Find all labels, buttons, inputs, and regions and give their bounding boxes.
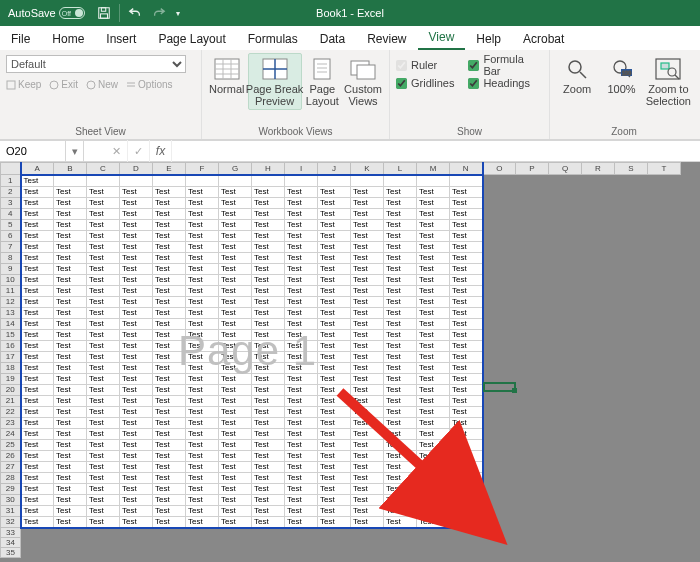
cell[interactable]: [483, 528, 516, 538]
row-header[interactable]: 23: [1, 417, 21, 428]
cell[interactable]: [285, 548, 318, 558]
cell[interactable]: [549, 340, 582, 351]
cell[interactable]: Test: [450, 329, 483, 340]
cell[interactable]: [483, 263, 516, 274]
cell[interactable]: [516, 318, 549, 329]
cell[interactable]: Test: [21, 417, 54, 428]
cell[interactable]: Test: [252, 186, 285, 197]
cell[interactable]: Test: [417, 417, 450, 428]
cell[interactable]: [252, 548, 285, 558]
cell[interactable]: Test: [252, 318, 285, 329]
row-header[interactable]: 13: [1, 307, 21, 318]
cell[interactable]: Test: [450, 263, 483, 274]
cell[interactable]: Test: [21, 494, 54, 505]
cell[interactable]: Test: [87, 329, 120, 340]
cell[interactable]: Test: [450, 472, 483, 483]
cell[interactable]: [549, 241, 582, 252]
cell[interactable]: Test: [351, 285, 384, 296]
col-header[interactable]: C: [87, 163, 120, 175]
cell[interactable]: Test: [186, 417, 219, 428]
cell[interactable]: [648, 439, 681, 450]
cell[interactable]: Test: [21, 395, 54, 406]
cell[interactable]: [483, 230, 516, 241]
cell[interactable]: Test: [120, 186, 153, 197]
cell[interactable]: Test: [351, 307, 384, 318]
row-header[interactable]: 2: [1, 186, 21, 197]
cell[interactable]: [582, 351, 615, 362]
cell[interactable]: Test: [219, 186, 252, 197]
cell[interactable]: Test: [450, 241, 483, 252]
cell[interactable]: Test: [351, 417, 384, 428]
cell[interactable]: Test: [219, 208, 252, 219]
cell[interactable]: [516, 219, 549, 230]
cell[interactable]: [549, 351, 582, 362]
cell[interactable]: Test: [54, 285, 87, 296]
cell[interactable]: [648, 219, 681, 230]
cell[interactable]: Test: [186, 186, 219, 197]
cell[interactable]: Test: [417, 274, 450, 285]
cell[interactable]: [318, 538, 351, 548]
cell[interactable]: Test: [120, 197, 153, 208]
col-header[interactable]: G: [219, 163, 252, 175]
cell[interactable]: Test: [285, 450, 318, 461]
cell[interactable]: [615, 494, 648, 505]
cell[interactable]: Test: [417, 472, 450, 483]
row-header[interactable]: 19: [1, 373, 21, 384]
cell[interactable]: Test: [318, 417, 351, 428]
row-header[interactable]: 33: [1, 528, 21, 538]
cell[interactable]: [648, 230, 681, 241]
cell[interactable]: Test: [417, 329, 450, 340]
cell[interactable]: [582, 219, 615, 230]
row-header[interactable]: 21: [1, 395, 21, 406]
cell[interactable]: Test: [120, 395, 153, 406]
cell[interactable]: [483, 274, 516, 285]
row-header[interactable]: 25: [1, 439, 21, 450]
cell[interactable]: Test: [417, 483, 450, 494]
cell[interactable]: Test: [54, 340, 87, 351]
name-box-dropdown-icon[interactable]: ▾: [65, 140, 83, 162]
cell[interactable]: [516, 208, 549, 219]
cell[interactable]: [615, 528, 648, 538]
zoom-100-button[interactable]: 100 100%: [600, 53, 642, 99]
cell[interactable]: Test: [153, 318, 186, 329]
cell[interactable]: Test: [318, 274, 351, 285]
cell[interactable]: Test: [450, 516, 483, 528]
cell[interactable]: [483, 450, 516, 461]
cell[interactable]: [549, 285, 582, 296]
cell[interactable]: [615, 548, 648, 558]
cell[interactable]: Test: [450, 285, 483, 296]
cell[interactable]: Test: [153, 307, 186, 318]
cell[interactable]: [648, 483, 681, 494]
cell[interactable]: Test: [318, 197, 351, 208]
cancel-formula-icon[interactable]: ✕: [106, 140, 128, 162]
cell[interactable]: [615, 483, 648, 494]
cell[interactable]: Test: [186, 505, 219, 516]
cell[interactable]: Test: [54, 362, 87, 373]
cell[interactable]: Test: [54, 439, 87, 450]
cell[interactable]: Test: [252, 252, 285, 263]
cell[interactable]: Test: [186, 307, 219, 318]
cell[interactable]: Test: [351, 384, 384, 395]
cell[interactable]: [648, 197, 681, 208]
cell[interactable]: [549, 406, 582, 417]
cell[interactable]: Test: [186, 296, 219, 307]
cell[interactable]: [516, 450, 549, 461]
cell[interactable]: [483, 175, 516, 187]
cell[interactable]: [648, 263, 681, 274]
cell[interactable]: Test: [54, 483, 87, 494]
cell[interactable]: Test: [351, 483, 384, 494]
cell[interactable]: Test: [120, 263, 153, 274]
cell[interactable]: Test: [153, 241, 186, 252]
cell[interactable]: [252, 538, 285, 548]
cell[interactable]: [648, 274, 681, 285]
cell[interactable]: Test: [21, 197, 54, 208]
cell[interactable]: [582, 307, 615, 318]
cell[interactable]: Test: [87, 472, 120, 483]
cell[interactable]: Test: [252, 417, 285, 428]
cell[interactable]: [120, 528, 153, 538]
cell[interactable]: [516, 428, 549, 439]
cell[interactable]: [549, 362, 582, 373]
cell[interactable]: Test: [87, 285, 120, 296]
cell[interactable]: Test: [384, 285, 417, 296]
cell[interactable]: Test: [285, 494, 318, 505]
